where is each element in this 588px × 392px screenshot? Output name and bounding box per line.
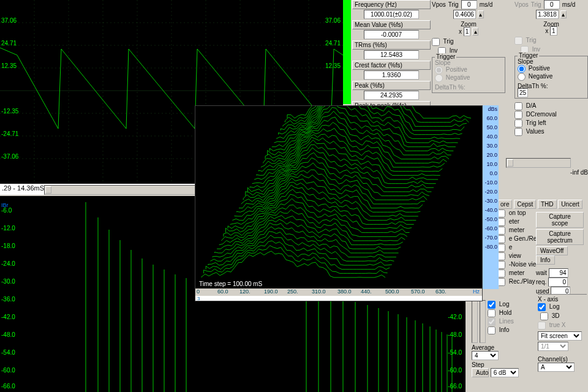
spinner-icon[interactable]: ▴: [560, 10, 567, 18]
waterfall-window[interactable]: Time step = 100.00 mS 0 60.0 120. 190.0 …: [195, 105, 483, 301]
scope-ylabel: -24.71: [1, 130, 18, 137]
req-input[interactable]: [548, 277, 568, 287]
radio-negative[interactable]: Negative: [518, 73, 552, 80]
chk-e[interactable]: e: [497, 244, 534, 252]
trig-value[interactable]: 0: [461, 0, 477, 9]
bb-tick: 50.0: [484, 124, 497, 130]
waveoff-button[interactable]: WaveOff: [536, 246, 568, 255]
tab-cepst[interactable]: Cepst: [514, 200, 536, 209]
vslider-left[interactable]: [472, 300, 478, 343]
auto-button[interactable]: Auto: [472, 368, 489, 377]
bb-tick: dBs: [484, 106, 497, 112]
bb-tick: -20.0: [484, 189, 497, 195]
bb-tick: -10.0: [484, 179, 497, 186]
zoom-prefix: x: [459, 28, 462, 35]
chk-trig[interactable]: Trig: [432, 38, 505, 46]
tab-ore[interactable]: ore: [497, 200, 512, 209]
freq-value: 1000.01(±0.02): [364, 10, 419, 19]
spec-ylabel: -66.0: [1, 383, 15, 390]
slope-label: Slope: [435, 59, 502, 66]
fit-select[interactable]: Fit screen: [538, 331, 582, 341]
ratio-select[interactable]: 1/1: [538, 342, 568, 351]
vpos-label: Vpos: [514, 1, 529, 8]
trigger-group: Trigger Slope Positive Negative DeltaTh …: [432, 57, 505, 93]
ch2-hscrollbar[interactable]: [506, 158, 571, 168]
chk-values[interactable]: Values: [514, 128, 588, 136]
step-select[interactable]: 6 dB: [491, 368, 519, 377]
delta-value[interactable]: 25: [518, 88, 528, 97]
avg-select[interactable]: 4: [472, 351, 499, 360]
peak-value: 24.2935: [364, 91, 419, 100]
zoom-value[interactable]: 1: [550, 26, 557, 36]
chk-log[interactable]: Log: [488, 301, 514, 309]
chk-recplay[interactable]: Rec./Play: [497, 278, 534, 286]
mean-label: Mean Value (%fs): [352, 20, 431, 29]
chk-noiseview[interactable]: -Noise view: [497, 261, 534, 269]
bb-tick: 30.0: [484, 143, 497, 149]
mean-value: -0.0007: [364, 30, 419, 39]
chk-ontop[interactable]: on top: [497, 209, 534, 217]
waterfall-footer: 3: [195, 296, 482, 301]
bb-tick: 20.0: [484, 152, 497, 158]
tabs-panel: ore Cepst on top eter meter e Gen./Rec e…: [497, 200, 534, 298]
chk-lines[interactable]: Lines: [488, 318, 514, 326]
radio-positive[interactable]: Positive: [518, 65, 550, 72]
tab-uncert[interactable]: Uncert: [558, 200, 582, 209]
measurement-panel: Frequency (Hz) 1000.01(±0.02) Mean Value…: [352, 0, 431, 108]
radio-positive[interactable]: Positive: [435, 66, 467, 73]
ch1-scale[interactable]: 0.4606: [453, 10, 476, 19]
chk-trigleft[interactable]: Trig left: [514, 119, 588, 127]
xaxis-panel: X - axis Log 3D true X Fit screen 1/1 Ch…: [538, 294, 587, 392]
bb-tick: 60.0: [484, 115, 497, 121]
wait-input[interactable]: [549, 268, 568, 277]
peak-label: Peak (%fs): [352, 81, 431, 90]
chk-info[interactable]: Info: [488, 326, 514, 334]
chk-truex[interactable]: true X: [538, 322, 587, 330]
spectrum-controls: Log Hold Lines Info Average 4 Step Auto …: [472, 300, 533, 392]
tab-thd[interactable]: THD: [538, 200, 557, 209]
chk-genrec[interactable]: e Gen./Rec: [497, 235, 534, 243]
scope-ylabel: 37.06: [1, 17, 17, 24]
vslider-right[interactable]: [480, 300, 486, 343]
spinner-icon[interactable]: ▴: [478, 10, 484, 18]
trigger-legend: Trigger: [518, 52, 539, 59]
chk-meter2[interactable]: meter: [497, 270, 534, 277]
channels-select[interactable]: A: [538, 363, 575, 372]
waterfall-xticks: 0 60.0 120. 190.0 250. 310.0 380.0 440. …: [195, 288, 482, 296]
scope-hscrollbar[interactable]: [44, 185, 196, 195]
vpos-label: Vpos: [432, 1, 446, 8]
bb-tick: -50.0: [484, 216, 497, 222]
channel-b-indicator: IBr: [1, 202, 9, 208]
chk-meter[interactable]: meter: [497, 227, 534, 235]
avg-label: Average: [472, 344, 494, 351]
spec-ylabel: -60.0: [1, 367, 15, 374]
spinner-icon[interactable]: ▴: [472, 28, 478, 36]
trigger-legend: Trigger: [435, 53, 456, 60]
trig-value[interactable]: 0: [544, 0, 560, 9]
chk-eter[interactable]: eter: [497, 218, 534, 226]
trig-label: Trig: [531, 1, 541, 8]
chk-hold[interactable]: Hold: [488, 309, 514, 317]
chk-trig[interactable]: Trig: [514, 37, 588, 45]
capture-spectrum-button[interactable]: Capture spectrum: [536, 229, 584, 245]
radio-negative[interactable]: Negative: [435, 74, 470, 81]
info-button[interactable]: Info: [536, 255, 555, 265]
ch2-panel: Vpos Trig 0 ms/d 1.3818 ▴ Zoom x 1 Trig …: [514, 0, 588, 196]
zoom-value[interactable]: 1: [464, 27, 471, 36]
spec-ylabel-r: -60.0: [448, 367, 462, 374]
chk-view[interactable]: view: [497, 252, 534, 260]
ch2-scale[interactable]: 1.3818: [536, 10, 559, 19]
capture-scope-button[interactable]: Capture scope: [536, 212, 584, 228]
spec-ylabel-r: -54.0: [448, 349, 462, 356]
scope-ylabel: 24.71: [1, 40, 17, 47]
trigger-group-2: Trigger Slope Positive Negative DeltaTh …: [514, 56, 588, 99]
chk-da[interactable]: D/A: [514, 102, 588, 110]
delta-label: DeltaTh %:: [435, 84, 502, 91]
chk-3d[interactable]: 3D: [540, 312, 560, 320]
scope-ylabel: -12.35: [1, 108, 18, 115]
scope-ylabel-r: 24.71: [325, 40, 341, 47]
bb-tick: -30.0: [484, 198, 497, 204]
chk-dcremoval[interactable]: DCremoval: [514, 111, 588, 119]
scope-ylabel-r: 37.06: [325, 17, 341, 24]
chk-xlog[interactable]: Log: [538, 303, 587, 311]
